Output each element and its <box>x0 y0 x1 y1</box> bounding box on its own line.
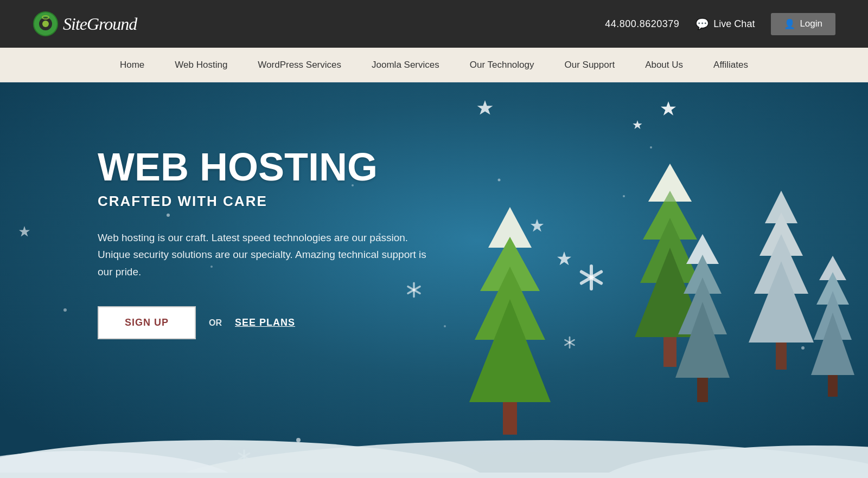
nav-item-technology[interactable]: Our Technology <box>455 48 550 82</box>
svg-rect-65 <box>828 375 838 397</box>
nav-item-about[interactable]: About Us <box>630 48 698 82</box>
svg-point-2 <box>42 21 49 27</box>
svg-rect-55 <box>697 378 708 402</box>
user-icon: 👤 <box>784 18 795 30</box>
svg-point-37 <box>650 146 652 148</box>
or-label: OR <box>209 318 222 328</box>
login-label: Login <box>800 18 822 29</box>
svg-rect-60 <box>503 402 517 435</box>
nav-item-web-hosting[interactable]: Web Hosting <box>159 48 242 82</box>
svg-rect-50 <box>663 337 676 367</box>
live-chat-label: Live Chat <box>713 18 755 30</box>
top-bar: SiteGround 44.800.8620379 💬 Live Chat 👤 … <box>0 0 868 48</box>
phone-number: 44.800.8620379 <box>605 18 679 30</box>
svg-point-30 <box>623 195 625 197</box>
nav-bar: Home Web Hosting WordPress Services Joom… <box>0 48 868 82</box>
svg-rect-44 <box>776 343 787 370</box>
sign-up-button[interactable]: SIGN UP <box>98 306 196 339</box>
svg-rect-70 <box>0 473 868 478</box>
hero-actions: SIGN UP OR SEE PLANS <box>98 306 434 339</box>
hero-title: WEB HOSTING <box>98 147 434 186</box>
svg-point-33 <box>63 308 67 312</box>
siteground-logo-icon <box>33 11 59 37</box>
nav-item-wordpress[interactable]: WordPress Services <box>242 48 356 82</box>
nav-item-support[interactable]: Our Support <box>550 48 630 82</box>
logo-area: SiteGround <box>33 11 137 37</box>
hero-section: WEB HOSTING CRAFTED WITH CARE Web hostin… <box>0 82 868 478</box>
see-plans-link[interactable]: SEE PLANS <box>235 317 295 328</box>
nav-item-affiliates[interactable]: Affiliates <box>698 48 763 82</box>
svg-point-29 <box>498 179 501 182</box>
top-right-area: 44.800.8620379 💬 Live Chat 👤 Login <box>605 13 835 35</box>
svg-point-36 <box>801 346 805 350</box>
svg-point-35 <box>444 325 446 327</box>
hero-description: Web hosting is our craft. Latest speed t… <box>98 229 434 280</box>
svg-point-32 <box>296 438 301 442</box>
logo-text: SiteGround <box>63 14 137 34</box>
nav-item-joomla[interactable]: Joomla Services <box>356 48 455 82</box>
nav-item-home[interactable]: Home <box>105 48 159 82</box>
hero-content: WEB HOSTING CRAFTED WITH CARE Web hostin… <box>98 147 434 339</box>
hero-subtitle: CRAFTED WITH CARE <box>98 193 434 210</box>
login-button[interactable]: 👤 Login <box>771 13 835 35</box>
chat-icon: 💬 <box>695 17 709 30</box>
live-chat-button[interactable]: 💬 Live Chat <box>695 17 755 30</box>
